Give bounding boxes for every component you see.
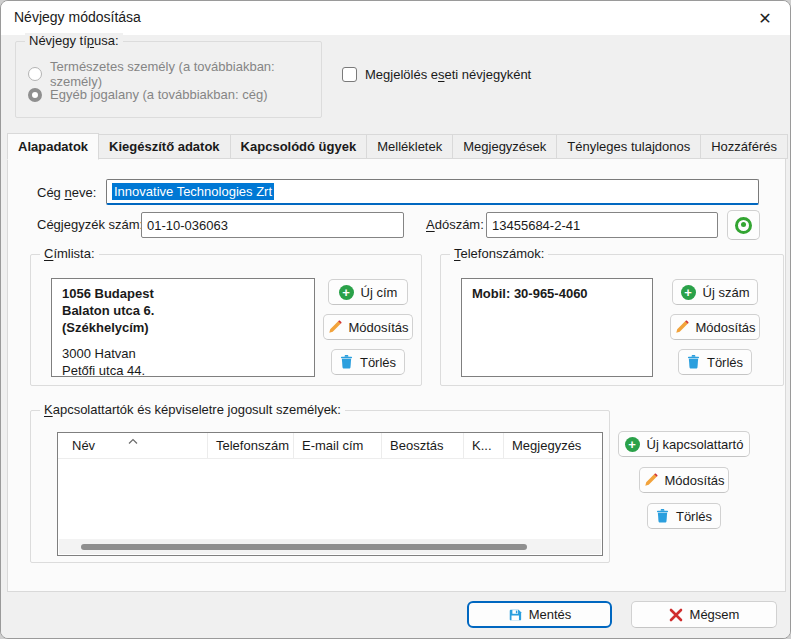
contact-type-legend: Névjegy típusa: xyxy=(25,33,123,48)
phone-listbox[interactable]: Mobil: 30-965-4060 xyxy=(461,278,653,377)
plus-icon: + xyxy=(625,437,640,452)
tab-strip: Alapadatok Kiegészítő adatok Kapcsolódó … xyxy=(7,133,788,159)
contacts-table-header: Név Telefonszám E-mail cím Beosztás K...… xyxy=(58,433,602,459)
close-button[interactable]: ✕ xyxy=(748,5,782,31)
pencil-icon xyxy=(644,473,658,487)
tab-hozzaferes[interactable]: Hozzáférés xyxy=(701,134,788,159)
cancel-x-icon xyxy=(669,608,683,622)
registry-number-value: 01-10-036063 xyxy=(147,218,228,233)
save-button[interactable]: Mentés xyxy=(467,601,612,628)
radio-legal-entity-label: Egyéb jogalany (a továbbiakban: cég) xyxy=(50,87,268,102)
trash-icon xyxy=(687,355,700,369)
tax-lookup-button[interactable] xyxy=(727,210,760,240)
contacts-group-legend: Kapcsolattartók és képviseletre jogosult… xyxy=(40,402,345,417)
tab-megjegyzesek[interactable]: Megjegyzések xyxy=(453,134,557,159)
phone-group: Telefonszámok: Mobil: 30-965-4060 + Új s… xyxy=(440,254,784,386)
edit-contact-dialog: Névjegy módosítása ✕ Névjegy típusa: Ter… xyxy=(0,0,791,639)
plus-icon: + xyxy=(339,285,354,300)
column-header-k[interactable]: K... xyxy=(464,433,504,458)
contacts-group: Kapcsolattartók és képviseletre jogosult… xyxy=(30,410,610,563)
tab-kiegeszito-adatok[interactable]: Kiegészítő adatok xyxy=(99,134,231,159)
add-address-button[interactable]: + Új cím xyxy=(328,279,408,305)
company-name-input[interactable]: Innovative Technologies Zrt xyxy=(106,179,759,205)
casual-contact-checkbox[interactable]: Megjelölés eseti névjegyként xyxy=(342,67,531,82)
pencil-icon xyxy=(328,320,342,334)
delete-contact-button[interactable]: Törlés xyxy=(647,503,721,529)
contacts-table-body xyxy=(58,459,602,525)
address-listbox[interactable]: 1056 Budapest Balaton utca 6. (Székhelyc… xyxy=(51,278,315,377)
column-header-nev[interactable]: Név xyxy=(58,433,208,458)
hscrollbar-thumb[interactable] xyxy=(81,544,527,550)
pencil-icon xyxy=(675,320,689,334)
add-contact-button[interactable]: + Új kapcsolattartó xyxy=(618,431,750,457)
tax-number-label: Adószám: xyxy=(426,217,484,232)
contact-type-group: Névjegy típusa: Természetes személy (a t… xyxy=(15,41,322,118)
radio-icon xyxy=(28,67,42,81)
trash-icon xyxy=(656,509,669,523)
column-header-megjegyzes[interactable]: Megjegyzés xyxy=(504,433,603,458)
address-group-legend: Címlista: xyxy=(40,246,99,261)
phone-group-legend: Telefonszámok: xyxy=(450,246,548,261)
checkbox-icon xyxy=(342,67,357,82)
tab-alapadatok[interactable]: Alapadatok xyxy=(7,133,99,160)
tab-mellekletek[interactable]: Mellékletek xyxy=(367,134,453,159)
radio-natural-person[interactable]: Természetes személy (a továbbiakban: sze… xyxy=(28,59,321,89)
registry-number-input[interactable]: 01-10-036063 xyxy=(141,212,404,238)
sort-ascending-icon xyxy=(127,433,138,448)
tax-number-input[interactable]: 13455684-2-41 xyxy=(486,212,718,238)
radio-selected-icon xyxy=(28,88,42,102)
plus-icon: + xyxy=(681,285,696,300)
footer-bar: Mentés Mégsem xyxy=(1,590,790,638)
cancel-button[interactable]: Mégsem xyxy=(631,601,777,628)
registry-number-label: Cégjegyzék szám: xyxy=(37,217,143,232)
radio-legal-entity[interactable]: Egyéb jogalany (a továbbiakban: cég) xyxy=(28,87,268,102)
address-item[interactable]: 3000 Hatvan Petőfi utca 44. (Postacím) xyxy=(62,345,304,377)
floppy-icon xyxy=(508,608,522,622)
column-header-telefonszam[interactable]: Telefonszám xyxy=(208,433,294,458)
selected-text: Innovative Technologies Zrt xyxy=(112,183,274,200)
window-title: Névjegy módosítása xyxy=(14,9,141,25)
casual-contact-label: Megjelölés eseti névjegyként xyxy=(365,67,531,82)
edit-contact-button[interactable]: Módosítás xyxy=(639,467,729,493)
contacts-table: Név Telefonszám E-mail cím Beosztás K...… xyxy=(57,432,603,556)
tax-number-value: 13455684-2-41 xyxy=(492,218,580,233)
phone-item-selected[interactable]: Mobil: 30-965-4060 xyxy=(472,285,642,302)
company-name-label: Cég neve: xyxy=(37,185,96,200)
trash-icon xyxy=(340,355,353,369)
tab-page-alapadatok: Cég neve: Innovative Technologies Zrt Cé… xyxy=(7,158,786,592)
close-icon: ✕ xyxy=(758,9,771,28)
tab-tenyleges-tulajdonos[interactable]: Tényleges tulajdonos xyxy=(557,134,701,159)
title-bar: Névjegy módosítása ✕ xyxy=(1,1,790,35)
delete-address-button[interactable]: Törlés xyxy=(331,349,405,375)
delete-phone-button[interactable]: Törlés xyxy=(678,349,752,375)
tab-kapcsolodo-ugyek[interactable]: Kapcsolódó ügyek xyxy=(231,134,368,159)
edit-address-button[interactable]: Módosítás xyxy=(323,314,413,340)
add-phone-button[interactable]: + Új szám xyxy=(672,279,758,305)
contacts-hscrollbar[interactable] xyxy=(59,539,601,554)
column-header-beosztas[interactable]: Beosztás xyxy=(382,433,464,458)
edit-phone-button[interactable]: Módosítás xyxy=(670,314,760,340)
address-item-selected[interactable]: 1056 Budapest Balaton utca 6. (Székhelyc… xyxy=(62,285,304,336)
radio-natural-person-label: Természetes személy (a továbbiakban: sze… xyxy=(50,59,321,89)
column-header-email[interactable]: E-mail cím xyxy=(294,433,382,458)
address-group: Címlista: 1056 Budapest Balaton utca 6. … xyxy=(30,254,422,386)
target-icon xyxy=(735,217,752,234)
